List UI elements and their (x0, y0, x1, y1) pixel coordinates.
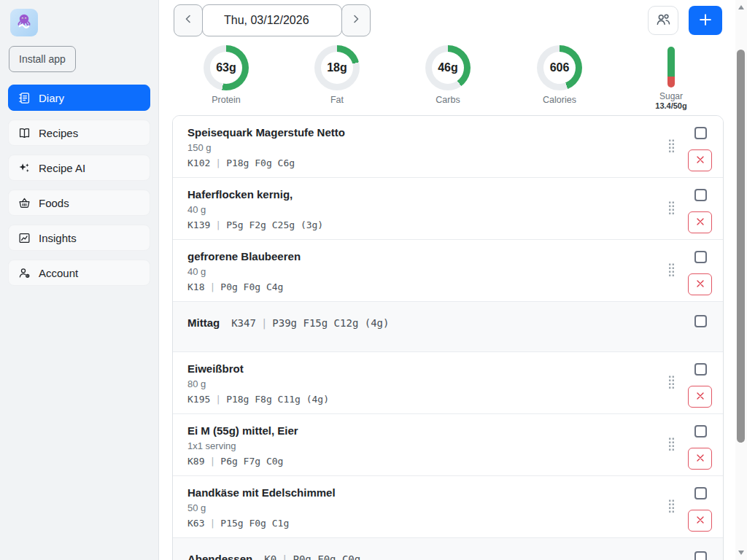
food-kcal: K102 (187, 158, 210, 168)
delete-food-button[interactable] (688, 273, 712, 295)
install-app-button[interactable]: Install app (9, 46, 76, 72)
progress-ring: 63g (204, 45, 249, 90)
food-name: Eiweißbrot (187, 362, 643, 376)
sidebar-item-recipes[interactable]: Recipes (8, 120, 150, 146)
progress-ring: 606 (537, 45, 582, 90)
progress-ring: 18g (314, 45, 360, 90)
ring-value: 63g (216, 61, 236, 74)
meal-section-row: MittagK347|P39g F15g C12g (4g) (173, 302, 723, 352)
header-actions (648, 6, 722, 35)
chevron-left-icon (182, 13, 194, 28)
food-row: Ei M (55g) mittel, Eier 1x1 serving K89|… (173, 414, 723, 476)
scroll-up-icon[interactable] (738, 5, 744, 9)
plus-icon (698, 12, 713, 29)
meal-section-stats: K347|P39g F15g C12g (4g) (231, 317, 389, 329)
food-stats: K89|P6g F7g C0g (187, 454, 643, 469)
macro-ring: 606 Calories (536, 45, 583, 105)
ring-value: 606 (550, 61, 570, 74)
food-checkbox[interactable] (694, 425, 707, 438)
food-macros: P5g F2g C25g (3g) (226, 219, 323, 230)
sidebar-item-label: Recipe AI (39, 162, 85, 174)
food-checkbox[interactable] (694, 363, 707, 376)
meal-section-checkbox[interactable] (694, 551, 707, 560)
people-icon (655, 12, 671, 30)
meal-section-checkbox[interactable] (694, 315, 707, 327)
insights-icon (18, 232, 31, 244)
scrollbar-thumb[interactable] (737, 50, 745, 443)
sidebar-item-label: Recipes (39, 127, 78, 139)
delete-food-button[interactable] (688, 510, 712, 532)
sidebar-item-label: Diary (39, 92, 64, 104)
food-checkbox[interactable] (694, 487, 707, 499)
food-macros: P0g F0g C4g (220, 281, 283, 292)
food-row: Handkäse mit Edelschimmel 50 g K63|P15g … (173, 476, 723, 538)
scroll-down-icon[interactable] (738, 551, 744, 555)
ring-value: 18g (327, 61, 347, 74)
food-checkbox[interactable] (694, 189, 707, 201)
food-kcal: K89 (187, 456, 204, 467)
drag-handle-icon[interactable] (668, 263, 675, 279)
food-amount: 1x1 serving (187, 438, 643, 454)
sidebar: Install app Diary Recipes Recipe AI Food… (0, 0, 159, 560)
ring-label: Calories (536, 95, 583, 105)
ring-label: Fat (314, 95, 360, 105)
previous-day-button[interactable] (174, 4, 203, 36)
food-row: Haferflocken kernig, 40 g K139|P5g F2g C… (173, 178, 723, 240)
sidebar-item-diary[interactable]: Diary (8, 85, 150, 111)
sidebar-item-label: Account (39, 267, 78, 279)
macro-ring: 18g Fat (314, 45, 360, 105)
sidebar-item-insights[interactable]: Insights (8, 225, 150, 251)
add-entry-button[interactable] (689, 6, 722, 35)
close-icon (696, 516, 705, 526)
food-macros: P18g F0g C6g (226, 158, 295, 168)
date-display[interactable]: Thu, 03/12/2026 (202, 4, 342, 36)
vertical-scrollbar[interactable] (735, 0, 747, 560)
sugar-value: 13.4/50g (649, 101, 693, 110)
drag-handle-icon[interactable] (668, 201, 675, 217)
sidebar-item-foods[interactable]: Foods (8, 190, 150, 216)
food-macros: P15g F0g C1g (220, 518, 289, 529)
sidebar-item-label: Insights (39, 232, 77, 244)
food-name: Haferflocken kernig, (187, 187, 643, 202)
macro-summary: 63g Protein 18g Fat 46g Carbs 606 Calori… (160, 45, 735, 112)
drag-handle-icon[interactable] (668, 438, 675, 453)
meal-section-name: Abendessen (187, 553, 252, 560)
drag-handle-icon[interactable] (668, 139, 675, 155)
food-amount: 40 g (187, 202, 643, 217)
chevron-right-icon (350, 13, 362, 28)
food-name: Speisequark Magerstufe Netto (187, 125, 643, 140)
share-people-button[interactable] (648, 6, 678, 35)
sidebar-item-account[interactable]: Account (8, 260, 150, 286)
food-kcal: K139 (187, 219, 210, 230)
food-name: Ei M (55g) mittel, Eier (187, 424, 643, 438)
food-macros: P6g F7g C0g (220, 456, 283, 467)
food-stats: K63|P15g F0g C1g (187, 516, 643, 531)
meal-section-stats: K0|P0g F0g C0g (264, 553, 360, 560)
food-checkbox[interactable] (694, 251, 707, 263)
food-amount: 80 g (187, 376, 643, 392)
recipes-icon (18, 127, 31, 139)
delete-food-button[interactable] (688, 149, 712, 171)
delete-food-button[interactable] (688, 386, 712, 408)
delete-food-button[interactable] (688, 211, 712, 233)
close-icon (696, 217, 705, 228)
sugar-bar (667, 47, 675, 88)
food-stats: K139|P5g F2g C25g (3g) (187, 217, 643, 233)
drag-handle-icon[interactable] (668, 499, 675, 515)
drag-handle-icon[interactable] (668, 376, 675, 391)
food-kcal: K18 (187, 281, 204, 292)
delete-food-button[interactable] (688, 448, 712, 470)
food-kcal: K195 (187, 394, 210, 405)
close-icon (696, 454, 705, 464)
meal-section-name: Mittag (187, 316, 220, 329)
sidebar-nav: Diary Recipes Recipe AI Foods Insights A… (0, 85, 158, 295)
next-day-button[interactable] (341, 4, 371, 36)
recipe-ai-icon (18, 162, 31, 174)
food-amount: 150 g (187, 140, 643, 155)
foods-icon (18, 197, 31, 209)
sidebar-item-recipe-ai[interactable]: Recipe AI (8, 155, 150, 181)
food-checkbox[interactable] (694, 127, 707, 139)
ring-value: 46g (438, 61, 458, 74)
food-name: gefrorene Blaubeeren (187, 249, 643, 264)
ring-label: Carbs (425, 95, 471, 105)
